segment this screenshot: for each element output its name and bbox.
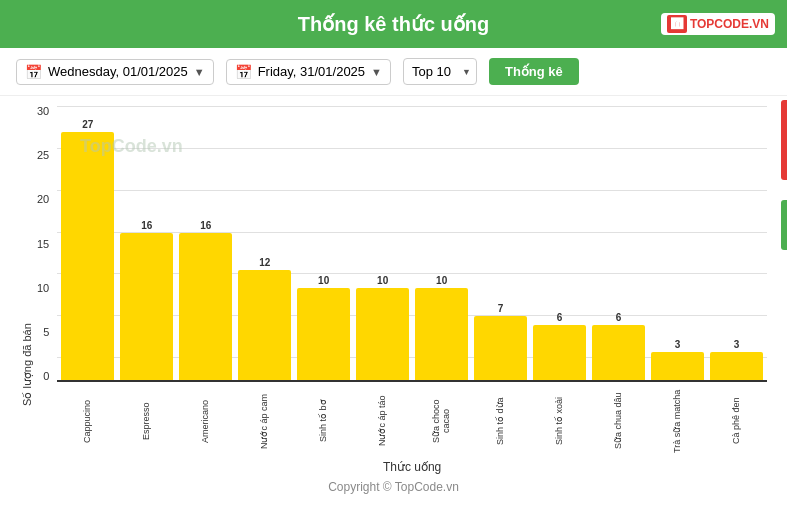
y-axis-label: 0 <box>37 371 49 382</box>
y-axis-label: 25 <box>37 150 49 161</box>
bar-value-label: 6 <box>616 312 622 323</box>
bar <box>592 325 645 380</box>
logo-icon: 🅰 <box>667 15 687 33</box>
date-start-picker[interactable]: 📅 Wednesday, 01/01/2025 ▼ <box>16 59 214 85</box>
calendar-start-icon: 📅 <box>25 64 42 80</box>
bar-value-label: 27 <box>82 119 93 130</box>
x-axis-label: Sinh tố dừa <box>474 386 527 456</box>
bar-value-label: 12 <box>259 257 270 268</box>
top-select-wrapper[interactable]: Top 5 Top 10 Top 15 Top 20 <box>403 58 477 85</box>
page-title: Thống kê thức uống <box>298 13 489 35</box>
x-labels: CappucinoEspressoAmericanoNước áp camSin… <box>57 382 767 456</box>
toolbar: 📅 Wednesday, 01/01/2025 ▼ 📅 Friday, 31/0… <box>0 48 787 96</box>
bar <box>651 352 704 380</box>
y-axis-label: 5 <box>37 327 49 338</box>
bar <box>297 288 350 380</box>
bar-item: 10 <box>415 106 468 380</box>
logo-text: TOPCODE.VN <box>690 17 769 31</box>
footer-text: Copyright © TopCode.vn <box>328 480 459 494</box>
y-axis-label: 10 <box>37 283 49 294</box>
bar <box>710 352 763 380</box>
bar-item: 16 <box>179 106 232 380</box>
right-accent-green <box>781 200 787 250</box>
bar-value-label: 10 <box>436 275 447 286</box>
bar-item: 10 <box>297 106 350 380</box>
thong-ke-button[interactable]: Thống kê <box>489 58 579 85</box>
bar-item: 3 <box>651 106 704 380</box>
date-start-value: Wednesday, 01/01/2025 <box>48 64 188 79</box>
x-axis-label: Sữa chua dâu <box>592 386 645 456</box>
top-select[interactable]: Top 5 Top 10 Top 15 Top 20 <box>403 58 477 85</box>
calendar-end-icon: 📅 <box>235 64 252 80</box>
footer: Copyright © TopCode.vn <box>0 474 787 498</box>
bar-item: 16 <box>120 106 173 380</box>
bar-value-label: 7 <box>498 303 504 314</box>
bar-item: 6 <box>592 106 645 380</box>
x-axis-label: Cà phê đen <box>710 386 763 456</box>
y-axis-label: 20 <box>37 194 49 205</box>
x-axis-label: Espresso <box>120 386 173 456</box>
y-axis-title: Số lượng đã bán <box>20 106 33 406</box>
bar <box>179 233 232 380</box>
bar-item: 12 <box>238 106 291 380</box>
y-axis-label: 30 <box>37 106 49 117</box>
bar-value-label: 6 <box>557 312 563 323</box>
bar-value-label: 10 <box>377 275 388 286</box>
bar-value-label: 16 <box>200 220 211 231</box>
bar <box>474 316 527 380</box>
date-end-chevron: ▼ <box>371 66 382 78</box>
x-axis-label: Nước áp táo <box>356 386 409 456</box>
bar <box>61 132 114 380</box>
bar-value-label: 3 <box>675 339 681 350</box>
x-axis-title: Thức uống <box>57 460 767 474</box>
bars-row: 2716161210101076633 <box>57 106 767 382</box>
date-start-chevron: ▼ <box>194 66 205 78</box>
bar-item: 10 <box>356 106 409 380</box>
right-accent-red <box>781 100 787 180</box>
bar-value-label: 10 <box>318 275 329 286</box>
bar-item: 27 <box>61 106 114 380</box>
logo: 🅰 TOPCODE.VN <box>661 13 775 35</box>
bar-item: 7 <box>474 106 527 380</box>
y-axis-label: 15 <box>37 239 49 250</box>
bar <box>120 233 173 380</box>
bar <box>533 325 586 380</box>
date-end-picker[interactable]: 📅 Friday, 31/01/2025 ▼ <box>226 59 391 85</box>
bar-item: 6 <box>533 106 586 380</box>
page-header: Thống kê thức uống 🅰 TOPCODE.VN <box>0 0 787 48</box>
x-axis-label: Sinh tố xoài <box>533 386 586 456</box>
y-axis-labels: 051015202530 <box>37 106 49 406</box>
chart-inner: 2716161210101076633 CappucinoEspressoAme… <box>57 106 767 474</box>
x-axis-label: Americano <box>179 386 232 456</box>
chart-area: TopCode.vn Số lượng đã bán 051015202530 … <box>0 96 787 474</box>
x-axis-label: Sinh tố bơ <box>297 386 350 456</box>
bar-value-label: 16 <box>141 220 152 231</box>
bar-item: 3 <box>710 106 763 380</box>
bar <box>238 270 291 380</box>
bar <box>415 288 468 380</box>
bar <box>356 288 409 380</box>
date-end-value: Friday, 31/01/2025 <box>258 64 365 79</box>
x-axis-label: Trà sữa matcha <box>651 386 704 456</box>
x-axis-label: Cappucino <box>61 386 114 456</box>
x-axis-label: Sữa choco cacao <box>415 386 468 456</box>
bar-value-label: 3 <box>734 339 740 350</box>
x-axis-label: Nước áp cam <box>238 386 291 456</box>
